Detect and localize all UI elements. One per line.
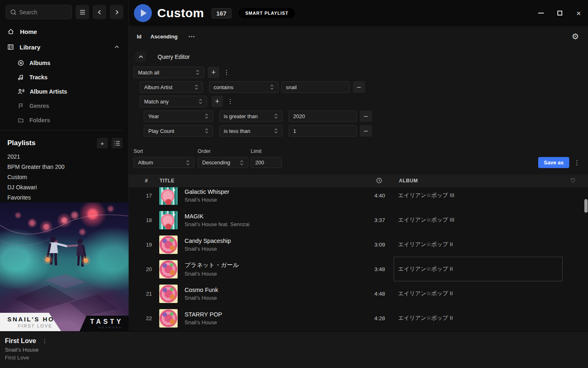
- rule-group-menu-button[interactable]: ⋮: [224, 67, 229, 78]
- vertical-scrollbar[interactable]: [584, 199, 588, 213]
- playlist-item[interactable]: BPM Greater than 200: [7, 162, 124, 172]
- sidebar-item-album-artists[interactable]: Album Artists: [0, 84, 128, 99]
- chevron-up-icon[interactable]: [114, 45, 119, 49]
- now-playing-menu-button[interactable]: ⋮: [42, 338, 47, 344]
- album-cover-thumbnail[interactable]: [159, 187, 178, 205]
- rule-field-select[interactable]: Year: [144, 110, 213, 122]
- track-album[interactable]: エイリアン☆ポップ II: [398, 290, 588, 297]
- query-editor-collapse-button[interactable]: [135, 52, 146, 62]
- track-album[interactable]: エイリアン☆ポップ III: [398, 192, 588, 199]
- add-rule-button[interactable]: +: [208, 67, 219, 78]
- column-header-duration[interactable]: [376, 177, 382, 184]
- track-album[interactable]: エイリアン☆ポップ III: [398, 216, 588, 224]
- more-options-button[interactable]: ⋯: [188, 33, 195, 40]
- sidebar-item-library[interactable]: Library: [0, 39, 128, 55]
- table-row[interactable]: 21 Cosmo Funk Snail’s House 4:48 エイリアン☆ポ…: [129, 281, 588, 306]
- sidebar-item-genres[interactable]: Genres: [0, 99, 128, 113]
- track-album[interactable]: エイリアン☆ポップ II: [398, 265, 588, 273]
- rule-operator-select[interactable]: is greater than: [219, 110, 283, 122]
- rule-field-select[interactable]: Play Count: [144, 125, 213, 137]
- album-cover-thumbnail[interactable]: [159, 260, 178, 278]
- minimize-button[interactable]: [532, 0, 550, 26]
- sidebar-item-home[interactable]: Home: [0, 24, 128, 39]
- save-menu-button[interactable]: ⋮: [574, 157, 580, 168]
- remove-rule-button[interactable]: –: [353, 81, 365, 93]
- group-match-type-select[interactable]: Match any: [140, 96, 207, 107]
- playlist-item[interactable]: 2021: [7, 151, 124, 162]
- column-header-favorite[interactable]: ♡: [570, 177, 576, 184]
- playlist-header: Custom 167 SMART PLAYLIST ×: [129, 0, 588, 26]
- now-playing-album[interactable]: First Love: [5, 355, 47, 361]
- playlist-item[interactable]: DJ Okawari: [7, 182, 124, 192]
- table-row[interactable]: 20 プラネット・ガール Snail’s House 3:48 エイリアン☆ポッ…: [129, 257, 588, 281]
- rule-operator-select[interactable]: contains: [209, 81, 278, 93]
- play-playlist-button[interactable]: [134, 4, 152, 22]
- album-cover-thumbnail[interactable]: [159, 236, 178, 254]
- now-playing-artist[interactable]: Snail’s House: [5, 347, 47, 353]
- maximize-button[interactable]: [550, 0, 569, 26]
- rule-group-menu-button[interactable]: ⋮: [227, 96, 233, 107]
- save-as-button[interactable]: Save as: [538, 157, 569, 168]
- playlist-item[interactable]: Custom: [7, 172, 124, 182]
- rule-operator-select[interactable]: is less than: [219, 125, 283, 137]
- search-input-wrapper[interactable]: [6, 5, 72, 19]
- chevron-right-icon: [114, 9, 120, 15]
- close-button[interactable]: ×: [569, 0, 588, 26]
- order-select[interactable]: Descending: [198, 157, 248, 168]
- column-header-title[interactable]: TITLE: [160, 178, 174, 184]
- track-title[interactable]: STARRY POP: [185, 311, 348, 318]
- track-artist[interactable]: Snail’s House feat. Sennzai: [185, 221, 348, 227]
- sort-field-button[interactable]: Id: [137, 34, 142, 40]
- track-album[interactable]: エイリアン☆ポップ II: [398, 314, 588, 322]
- column-header-index[interactable]: #: [145, 178, 148, 184]
- rule-value-input[interactable]: [293, 128, 352, 134]
- track-artist[interactable]: Snail’s House: [185, 295, 348, 301]
- track-artist[interactable]: Snail’s House: [185, 271, 348, 277]
- hamburger-icon: [79, 9, 86, 15]
- table-row[interactable]: 22 STARRY POP Snail’s House 4:28 エイリアン☆ポ…: [129, 306, 588, 330]
- track-title[interactable]: Galactic Whisper: [185, 188, 348, 195]
- remove-rule-button[interactable]: –: [360, 110, 372, 122]
- rule-value-input[interactable]: [286, 84, 345, 90]
- track-title[interactable]: MAGIK: [185, 213, 348, 220]
- select-chevrons-icon: [240, 160, 244, 166]
- track-title[interactable]: Candy Spaceship: [185, 238, 348, 244]
- playlists-title: Playlists: [7, 139, 36, 147]
- album-cover-thumbnail[interactable]: [159, 211, 178, 229]
- sort-direction-button[interactable]: Ascending: [151, 34, 178, 40]
- playlist-list-button[interactable]: [111, 138, 122, 148]
- album-cover-thumbnail[interactable]: [159, 285, 178, 303]
- album-cover-thumbnail[interactable]: [159, 309, 178, 328]
- menu-button[interactable]: [76, 5, 89, 19]
- now-playing-title[interactable]: First Love: [5, 337, 36, 345]
- rule-field-select[interactable]: Album Artist: [140, 81, 203, 93]
- sort-select[interactable]: Album: [134, 157, 194, 168]
- limit-input[interactable]: [255, 159, 277, 166]
- nav-forward-button[interactable]: [110, 5, 123, 19]
- playlist-item[interactable]: Favorites: [7, 192, 124, 202]
- column-header-album[interactable]: ALBUM: [399, 178, 418, 184]
- nav-back-button[interactable]: [93, 5, 106, 19]
- rule-value-input[interactable]: [293, 113, 352, 119]
- sidebar-item-tracks[interactable]: Tracks: [0, 70, 128, 84]
- track-artist[interactable]: Snail’s House: [185, 197, 348, 203]
- match-type-select[interactable]: Match all: [134, 67, 204, 78]
- track-title[interactable]: プラネット・ガール: [185, 261, 348, 269]
- track-artist[interactable]: Snail’s House: [185, 319, 348, 325]
- track-duration: 3:09: [348, 242, 385, 248]
- track-album[interactable]: エイリアン☆ポップ II: [398, 241, 588, 248]
- add-playlist-button[interactable]: +: [97, 138, 108, 148]
- table-row[interactable]: 17 Galactic Whisper Snail’s House 4:40 エ…: [129, 187, 588, 208]
- remove-rule-button[interactable]: –: [360, 125, 372, 137]
- select-chevrons-icon: [196, 70, 200, 75]
- now-playing-album-art[interactable]: SNAIL'S HOUSE FIRST LOVE TASTY NETWORK: [0, 202, 129, 331]
- track-artist[interactable]: Snail’s House: [185, 246, 348, 252]
- gear-icon[interactable]: ⚙: [572, 32, 579, 40]
- sidebar-item-albums[interactable]: Albums: [0, 56, 128, 70]
- table-row[interactable]: 18 MAGIK Snail’s House feat. Sennzai 3:3…: [129, 208, 588, 232]
- table-row[interactable]: 19 Candy Spaceship Snail’s House 3:09 エイ…: [129, 232, 588, 257]
- track-title[interactable]: Cosmo Funk: [185, 287, 348, 293]
- sidebar-item-folders[interactable]: Folders: [0, 113, 128, 127]
- add-rule-button[interactable]: +: [212, 96, 223, 107]
- search-input[interactable]: [19, 5, 70, 19]
